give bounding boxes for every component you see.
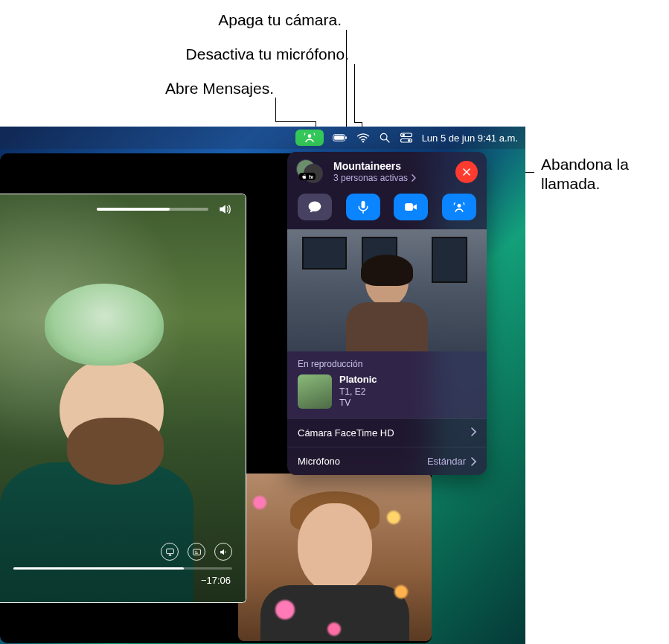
callout-open-messages: Abre Mensajes. — [165, 79, 274, 98]
battery-icon[interactable] — [333, 130, 348, 145]
panel-title-block[interactable]: Mountaineers 3 personas activas — [333, 160, 448, 183]
shareplay-person-icon — [452, 200, 467, 214]
mic-row-value: Estándar — [427, 456, 466, 467]
svg-rect-3 — [345, 136, 347, 139]
callout-camera-off: Apaga tu cámara. — [218, 10, 342, 30]
participant-tile[interactable] — [238, 474, 432, 641]
callout-leave-call-line2: llamada. — [541, 175, 600, 192]
player-video-content — [0, 194, 246, 602]
now-playing-label: En reproducción — [298, 359, 476, 369]
now-playing-thumbnail — [298, 374, 332, 409]
shareplay-button[interactable] — [442, 194, 476, 220]
menubar-datetime[interactable]: Lun 5 de jun 9:41 a.m. — [422, 133, 518, 144]
end-call-button[interactable] — [455, 161, 478, 183]
svg-point-17 — [457, 204, 461, 208]
facetime-control-panel: tv Mountaineers 3 personas activas — [287, 152, 487, 475]
panel-header: tv Mountaineers 3 personas activas — [287, 152, 487, 188]
audio-settings-button[interactable] — [214, 543, 232, 561]
svg-point-4 — [362, 141, 363, 142]
svg-line-6 — [386, 139, 389, 142]
callout-mute-mic: Desactiva tu micrófono. — [186, 45, 349, 64]
player-secondary-controls — [161, 543, 232, 561]
svg-rect-2 — [334, 136, 344, 140]
now-playing-title: Platonic — [339, 374, 377, 386]
chevron-right-icon — [470, 457, 476, 466]
camera-row-label: Cámara FaceTime HD — [298, 427, 394, 439]
tv-app-badge-icon: tv — [299, 173, 316, 180]
callout-leave-call: Abandona la llamada. — [541, 155, 629, 194]
airplay-button[interactable] — [161, 543, 179, 561]
leader-line — [275, 121, 316, 122]
person-wave-icon — [303, 131, 316, 144]
menu-bar: Lun 5 de jun 9:41 a.m. — [0, 127, 525, 149]
camera-toggle-button[interactable] — [394, 194, 428, 220]
leader-line — [354, 122, 362, 123]
mute-mic-button[interactable] — [346, 194, 380, 220]
messages-button[interactable] — [298, 194, 332, 220]
leader-line — [354, 64, 355, 122]
volume-slider[interactable] — [97, 208, 208, 211]
microphone-icon — [356, 200, 371, 214]
shareplay-player-window: −17:06 — [0, 194, 246, 603]
time-remaining: −17:06 — [201, 575, 231, 586]
group-avatar: tv — [296, 159, 326, 185]
volume-icon[interactable] — [217, 202, 232, 220]
spotlight-search-icon[interactable] — [379, 132, 391, 144]
mic-row-label: Micrófono — [298, 456, 340, 467]
chevron-right-icon — [470, 427, 476, 439]
leader-line — [346, 30, 347, 127]
now-playing-section: En reproducción Platonic T1, E2 TV — [287, 351, 487, 418]
chevron-right-icon — [411, 174, 416, 182]
captions-button[interactable] — [188, 543, 205, 561]
playback-progress[interactable] — [13, 567, 232, 570]
control-center-icon[interactable] — [400, 131, 413, 144]
group-name: Mountaineers — [333, 160, 448, 173]
desktop-wallpaper: Lun 5 de jun 9:41 a.m. — [0, 127, 525, 644]
leader-line — [275, 98, 276, 121]
facetime-menu-pill[interactable] — [295, 130, 324, 146]
group-subtitle: 3 personas activas — [333, 173, 408, 183]
video-camera-icon — [403, 200, 418, 214]
participant-video — [238, 474, 432, 641]
now-playing-source: TV — [339, 398, 377, 409]
message-bubble-icon — [307, 200, 322, 214]
panel-button-row — [287, 188, 487, 229]
svg-point-0 — [307, 134, 311, 138]
microphone-settings-row[interactable]: Micrófono Estándar — [287, 447, 487, 475]
now-playing-subtitle: T1, E2 — [339, 386, 377, 398]
svg-rect-15 — [361, 201, 365, 208]
svg-rect-11 — [166, 549, 173, 554]
callout-leave-call-line1: Abandona la — [541, 156, 629, 173]
svg-rect-16 — [405, 203, 413, 211]
now-playing-item[interactable]: Platonic T1, E2 TV — [298, 374, 476, 409]
close-x-icon — [461, 166, 473, 178]
wifi-icon[interactable] — [356, 131, 370, 144]
self-view-tile[interactable] — [287, 229, 487, 351]
svg-point-8 — [402, 133, 405, 136]
camera-settings-row[interactable]: Cámara FaceTime HD — [287, 418, 487, 447]
svg-rect-12 — [193, 549, 200, 555]
svg-point-10 — [408, 139, 411, 142]
